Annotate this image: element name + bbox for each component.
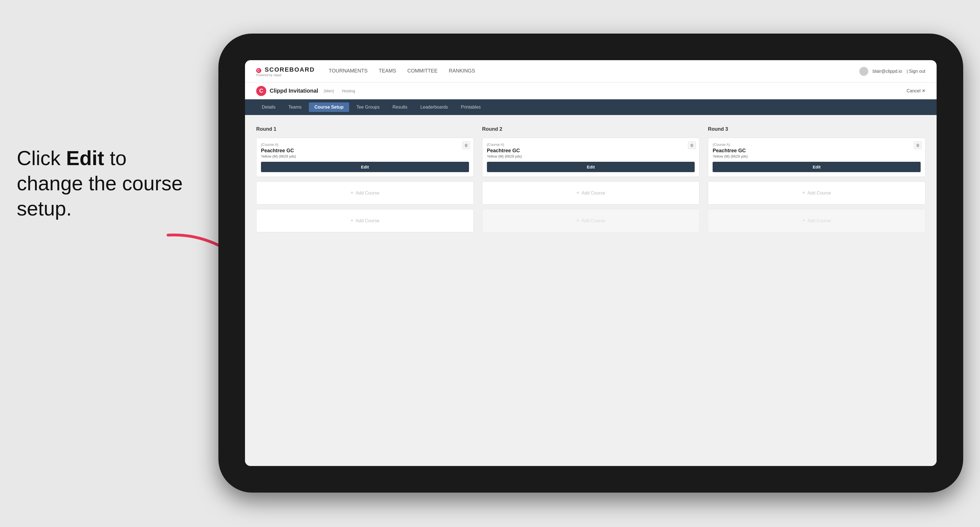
sub-header: C Clippd Invitational (Men) Hosting Canc… <box>245 83 937 99</box>
annotation-bold: Edit <box>66 147 104 169</box>
round-2-title: Round 2 <box>482 126 700 132</box>
round-1-course-card: 🗑 (Course A) Peachtree GC Yellow (M) (66… <box>256 138 474 177</box>
round-1-column: Round 1 🗑 (Course A) Peachtree GC Yellow… <box>256 126 474 232</box>
tab-results[interactable]: Results <box>387 102 413 112</box>
tab-leaderboards[interactable]: Leaderboards <box>415 102 453 112</box>
tab-printables[interactable]: Printables <box>455 102 486 112</box>
rounds-container: Round 1 🗑 (Course A) Peachtree GC Yellow… <box>256 126 925 232</box>
app-logo: C SCOREBOARD Powered by clippd <box>256 66 315 77</box>
round-1-title: Round 1 <box>256 126 474 132</box>
tablet-device: C SCOREBOARD Powered by clippd TOURNAMEN… <box>218 33 963 492</box>
round-2-column: Round 2 🗑 (Course A) Peachtree GC Yellow… <box>482 126 700 232</box>
round-3-add-course-2: + Add Course <box>708 209 925 232</box>
annotation-prefix: Click <box>17 147 66 169</box>
round-3-delete-button[interactable]: 🗑 <box>914 141 922 149</box>
tab-course-setup[interactable]: Course Setup <box>309 102 349 112</box>
tablet-screen: C SCOREBOARD Powered by clippd TOURNAMEN… <box>245 60 937 466</box>
add-course-plus-icon-5: + <box>802 190 805 196</box>
user-avatar <box>859 67 868 76</box>
logo-title: C SCOREBOARD <box>256 66 315 73</box>
add-course-label-5: Add Course <box>808 190 831 196</box>
round-3-column: Round 3 🗑 (Course A) Peachtree GC Yellow… <box>708 126 925 232</box>
tab-details[interactable]: Details <box>256 102 281 112</box>
round-2-course-label: (Course A) <box>487 143 695 147</box>
round-1-add-course-2[interactable]: + Add Course <box>256 209 474 232</box>
add-course-label-2: Add Course <box>356 218 379 223</box>
round-2-add-course-1[interactable]: + Add Course <box>482 181 700 205</box>
nav-rankings[interactable]: RANKINGS <box>449 66 475 76</box>
user-email: blair@clippd.io <box>873 69 902 74</box>
tab-tee-groups[interactable]: Tee Groups <box>351 102 385 112</box>
add-course-plus-icon-3: + <box>576 190 580 196</box>
round-2-add-course-2: + Add Course <box>482 209 700 232</box>
cancel-button[interactable]: Cancel ✕ <box>907 88 925 94</box>
tournament-badge: (Men) <box>324 89 334 93</box>
logo-c-icon: C <box>256 68 261 73</box>
round-1-add-course-1[interactable]: + Add Course <box>256 181 474 205</box>
tournament-title: Clippd Invitational <box>270 87 318 94</box>
add-course-plus-icon: + <box>350 190 354 196</box>
round-3-title: Round 3 <box>708 126 925 132</box>
round-3-edit-button[interactable]: Edit <box>713 162 921 172</box>
tournament-logo-icon: C <box>256 86 266 96</box>
top-navbar: C SCOREBOARD Powered by clippd TOURNAMEN… <box>245 60 937 83</box>
add-course-plus-icon-2: + <box>350 218 354 224</box>
round-2-course-card: 🗑 (Course A) Peachtree GC Yellow (M) (66… <box>482 138 700 177</box>
nav-right: blair@clippd.io | Sign out <box>859 67 926 76</box>
add-course-label-6: Add Course <box>808 218 831 223</box>
round-2-course-details: Yellow (M) (6629 yds) <box>487 154 695 159</box>
nav-tournaments[interactable]: TOURNAMENTS <box>329 66 368 76</box>
add-course-label: Add Course <box>356 190 379 196</box>
round-2-edit-button[interactable]: Edit <box>487 162 695 172</box>
add-course-plus-icon-4: + <box>576 218 580 224</box>
nav-committee[interactable]: COMMITTEE <box>407 66 438 76</box>
round-3-add-course-1[interactable]: + Add Course <box>708 181 925 205</box>
round-3-course-label: (Course A) <box>713 143 921 147</box>
round-3-course-name: Peachtree GC <box>713 148 921 154</box>
annotation-text: Click Edit to change the course setup. <box>17 146 190 221</box>
round-2-delete-button[interactable]: 🗑 <box>688 141 696 149</box>
sign-out-link[interactable]: | Sign out <box>907 69 925 74</box>
nav-links: TOURNAMENTS TEAMS COMMITTEE RANKINGS <box>329 66 859 76</box>
add-course-label-4: Add Course <box>582 218 605 223</box>
add-course-plus-icon-6: + <box>802 218 805 224</box>
round-1-delete-button[interactable]: 🗑 <box>462 141 470 149</box>
round-1-course-details: Yellow (M) (6629 yds) <box>261 154 469 159</box>
round-1-course-name: Peachtree GC <box>261 148 469 154</box>
round-3-course-card: 🗑 (Course A) Peachtree GC Yellow (M) (66… <box>708 138 925 177</box>
nav-teams[interactable]: TEAMS <box>379 66 396 76</box>
round-2-course-name: Peachtree GC <box>487 148 695 154</box>
tab-teams[interactable]: Teams <box>283 102 307 112</box>
main-content: Round 1 🗑 (Course A) Peachtree GC Yellow… <box>245 115 937 466</box>
round-1-course-label: (Course A) <box>261 143 469 147</box>
sub-header-logo: C Clippd Invitational (Men) Hosting <box>256 86 907 96</box>
logo-subtitle: Powered by clippd <box>256 73 315 77</box>
round-3-course-details: Yellow (M) (6629 yds) <box>713 154 921 159</box>
add-course-label-3: Add Course <box>582 190 605 196</box>
hosting-label: Hosting <box>342 89 355 93</box>
tab-bar: Details Teams Course Setup Tee Groups Re… <box>245 99 937 115</box>
round-1-edit-button[interactable]: Edit <box>261 162 469 172</box>
